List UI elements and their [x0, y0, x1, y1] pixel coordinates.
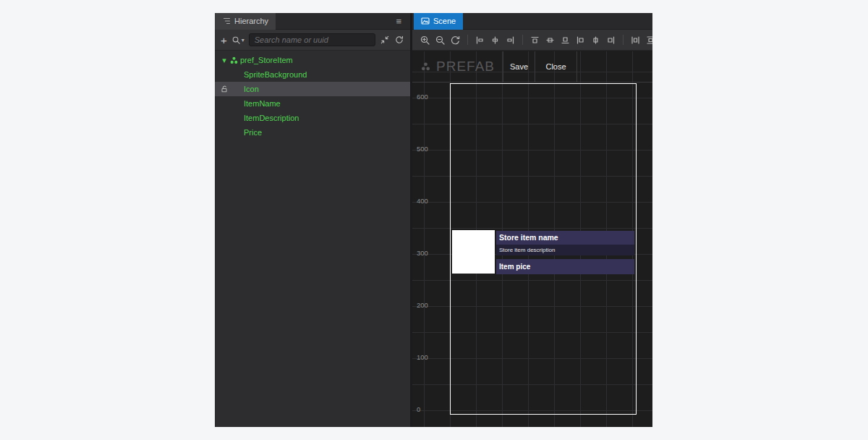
tree-item-price[interactable]: Price: [215, 125, 410, 140]
snap-left-icon[interactable]: [475, 35, 485, 46]
editor-window: Hierarchy ≡ + ▾: [215, 13, 652, 427]
toolbar-separator: [522, 35, 523, 45]
distribute-vertical-icon[interactable]: [645, 35, 652, 46]
tree-item-label: Price: [244, 128, 262, 137]
save-button[interactable]: Save: [503, 51, 535, 82]
prefab-logo-icon: [420, 59, 431, 75]
tree-item-label: Icon: [244, 85, 259, 93]
hierarchy-tree-icon: [222, 17, 231, 25]
store-item-price-label[interactable]: Item pice: [496, 259, 634, 274]
ruler-label-100: 100: [417, 353, 428, 361]
hierarchy-tree: ▾ pref_StoreItem SpriteBackground: [215, 51, 410, 427]
zoom-out-icon[interactable]: [435, 35, 446, 46]
collapse-all-button[interactable]: [380, 35, 390, 45]
distribute-horizontal-icon[interactable]: [630, 35, 641, 46]
ruler-label-400: 400: [417, 197, 428, 205]
align-top-icon[interactable]: [529, 35, 540, 46]
hierarchy-toolbar: + ▾: [215, 30, 410, 51]
search-filter-button[interactable]: ▾: [231, 35, 244, 45]
tree-item-spritebackground[interactable]: SpriteBackground: [215, 67, 410, 82]
zoom-in-icon[interactable]: [420, 35, 430, 46]
tab-scene[interactable]: Scene: [414, 13, 463, 30]
tab-hierarchy[interactable]: Hierarchy: [215, 13, 276, 30]
toolbar-separator: [623, 35, 624, 45]
toolbar-separator: [467, 35, 468, 45]
chevron-down-icon: ▾: [242, 37, 244, 43]
hierarchy-header: Hierarchy ≡: [215, 13, 410, 30]
scene-toolbar: [412, 30, 652, 51]
tree-item-itemdescription[interactable]: ItemDescription: [215, 111, 410, 125]
reset-view-icon[interactable]: [450, 35, 461, 46]
tree-item-itemname[interactable]: ItemName: [215, 96, 410, 111]
store-item-name-label[interactable]: Store item name: [496, 231, 634, 245]
snap-right-icon[interactable]: [505, 35, 516, 46]
scene-header: Scene: [412, 13, 652, 30]
align-center-icon[interactable]: [590, 35, 601, 46]
ruler-label-500: 500: [417, 145, 428, 153]
align-right-icon[interactable]: [605, 35, 616, 46]
tree-item-pref-storeitem[interactable]: ▾ pref_StoreItem: [215, 53, 410, 67]
lock-icon[interactable]: [219, 85, 229, 93]
scene-viewport[interactable]: PREFAB Save Close 600 500 400 300 200 10…: [412, 51, 652, 427]
refresh-icon: [394, 35, 404, 45]
align-left-icon[interactable]: [575, 35, 586, 46]
hierarchy-tab-label: Hierarchy: [234, 17, 268, 25]
ruler-label-600: 600: [417, 93, 428, 101]
store-item-description-label[interactable]: Store item description: [496, 245, 634, 255]
prefab-bar-divider: [576, 51, 577, 82]
tree-item-label: ItemName: [244, 99, 281, 108]
ruler-label-0: 0: [417, 405, 420, 413]
hierarchy-panel: Hierarchy ≡ + ▾: [215, 13, 410, 427]
align-middle-icon[interactable]: [545, 35, 556, 46]
refresh-button[interactable]: [394, 35, 404, 45]
prefab-logo: PREFAB: [412, 51, 503, 82]
prefab-icon: [229, 56, 240, 65]
align-bottom-icon[interactable]: [560, 35, 571, 46]
search-icon: [231, 35, 241, 45]
prefab-bar: PREFAB Save Close: [412, 51, 652, 82]
collapse-all-icon: [380, 35, 390, 45]
tree-item-label: SpriteBackground: [244, 70, 307, 79]
disclosure-arrow-icon[interactable]: ▾: [219, 56, 229, 65]
close-button[interactable]: Close: [535, 51, 576, 82]
tree-item-label: pref_StoreItem: [240, 56, 293, 64]
ruler-label-200: 200: [417, 301, 428, 309]
scene-image-icon: [421, 17, 430, 25]
add-node-button[interactable]: +: [221, 35, 227, 46]
ruler-label-300: 300: [417, 249, 428, 257]
tree-item-label: ItemDescription: [244, 114, 299, 122]
panel-menu-icon[interactable]: ≡: [396, 16, 401, 27]
scene-panel: Scene: [412, 13, 652, 427]
prefab-title: PREFAB: [436, 59, 495, 75]
store-item-icon-sprite[interactable]: [452, 230, 495, 274]
search-input[interactable]: [249, 33, 375, 46]
scene-tab-label: Scene: [433, 17, 456, 25]
tree-item-icon[interactable]: Icon: [215, 82, 410, 96]
snap-center-icon[interactable]: [490, 35, 501, 46]
